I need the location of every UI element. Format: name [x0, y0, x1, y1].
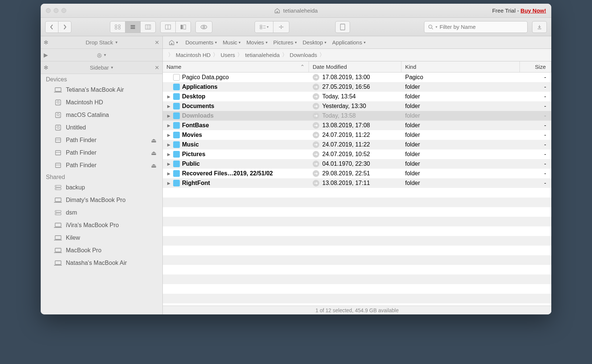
go-arrow-icon[interactable]: ➔ — [313, 132, 319, 138]
breadcrumb-item[interactable]: Downloads — [290, 52, 317, 58]
new-file-button[interactable] — [335, 21, 350, 33]
action-button[interactable] — [273, 21, 289, 33]
play-icon[interactable]: ▶ — [44, 52, 48, 58]
go-arrow-icon[interactable]: ➔ — [313, 180, 319, 186]
search-input[interactable] — [440, 24, 524, 30]
buy-now-link[interactable]: Buy Now! — [521, 7, 546, 14]
breadcrumb-item[interactable]: Users — [221, 52, 235, 58]
recent-header[interactable]: ▶ ◎ ▾ — [41, 49, 162, 61]
bookmark-item[interactable]: Documents ▾ — [182, 38, 220, 47]
file-row[interactable]: ▶Movies➔24.07.2019, 11:22folder- — [163, 130, 551, 140]
sidebar-device-item[interactable]: macOS Catalina — [41, 109, 162, 121]
icon-view-button[interactable] — [110, 21, 125, 33]
sidebar-shared-item[interactable]: backup — [41, 181, 162, 194]
file-row[interactable]: ▶Pictures➔24.07.2019, 10:52folder- — [163, 149, 551, 159]
go-arrow-icon[interactable]: ➔ — [313, 122, 319, 129]
quicklook-button[interactable] — [195, 21, 212, 33]
gear-icon[interactable]: ✻ — [44, 39, 48, 46]
file-row[interactable]: ▶Public➔04.01.1970, 22:30folder- — [163, 159, 551, 169]
bookmark-item[interactable]: Applications ▾ — [329, 38, 369, 47]
disclosure-triangle-icon[interactable]: ▶ — [166, 162, 171, 166]
disclosure-triangle-icon[interactable]: ▶ — [166, 123, 171, 128]
file-row[interactable]: ▶Documents➔Yesterday, 13:30folder- — [163, 101, 551, 111]
breadcrumb-item[interactable]: Macintosh HD — [176, 52, 211, 58]
date-column-header[interactable]: Date Modified — [309, 61, 401, 72]
column-view-button[interactable] — [140, 21, 155, 33]
sidebar-shared-item[interactable]: Dimaty's MacBook Pro — [41, 194, 162, 206]
file-row[interactable]: ▶Music➔24.07.2019, 11:22folder- — [163, 140, 551, 149]
list-view-button[interactable] — [125, 21, 140, 33]
svg-point-14 — [201, 25, 207, 29]
go-arrow-icon[interactable]: ➔ — [313, 112, 319, 119]
download-button[interactable] — [532, 21, 547, 33]
eject-icon[interactable]: ⏏ — [151, 162, 157, 169]
kind-column-header[interactable]: Kind — [401, 61, 520, 72]
file-row[interactable]: ▶RightFont➔13.08.2019, 17:11folder- — [163, 178, 551, 188]
go-arrow-icon[interactable]: ➔ — [313, 103, 319, 109]
search-field[interactable]: ▾ — [424, 21, 528, 33]
bookmark-item[interactable]: Desktop ▾ — [300, 38, 329, 47]
file-row[interactable]: Applications➔27.05.2019, 16:56folder- — [163, 82, 551, 92]
go-arrow-icon[interactable]: ➔ — [313, 141, 319, 148]
close-icon[interactable]: ✕ — [155, 64, 159, 71]
sidebar-device-item[interactable]: Path Finder⏏ — [41, 146, 162, 159]
go-arrow-icon[interactable]: ➔ — [313, 84, 319, 90]
window-title: tetianaleheida — [274, 7, 317, 14]
disclosure-triangle-icon[interactable]: ▶ — [166, 152, 171, 157]
preview-pane-button[interactable] — [175, 21, 191, 33]
bookmark-item[interactable]: Music ▾ — [220, 38, 243, 47]
drop-stack-header[interactable]: ✻ Drop Stack ▾ ✕ — [41, 36, 162, 49]
file-row[interactable]: ▶Desktop➔Today, 13:54folder- — [163, 92, 551, 101]
eject-icon[interactable]: ⏏ — [151, 137, 157, 144]
sidebar-shared-item[interactable]: Natasha's MacBook Air — [41, 257, 162, 269]
file-row[interactable]: ▶Downloads➔Today, 13:58folder- — [163, 111, 551, 121]
chevron-right-icon: 〉 — [213, 51, 218, 58]
group-by-button[interactable]: ▾ — [255, 21, 273, 33]
file-kind: folder — [401, 170, 520, 177]
disclosure-triangle-icon[interactable]: ▶ — [166, 171, 171, 176]
size-column-header[interactable]: Size — [520, 61, 551, 72]
sidebar-shared-item[interactable]: MacBook Pro — [41, 244, 162, 257]
sidebar-item-label: Path Finder — [66, 162, 97, 169]
disclosure-triangle-icon[interactable]: ▶ — [166, 142, 171, 147]
go-arrow-icon[interactable]: ➔ — [313, 161, 319, 167]
go-arrow-icon[interactable]: ➔ — [313, 93, 319, 100]
breadcrumb-item[interactable]: tetianaleheida — [245, 52, 279, 58]
file-size: - — [520, 180, 551, 186]
home-bookmark[interactable]: ▾ — [166, 38, 181, 47]
go-arrow-icon[interactable]: ➔ — [313, 151, 319, 158]
close-icon[interactable]: ✕ — [155, 39, 159, 46]
go-arrow-icon[interactable]: ➔ — [313, 74, 319, 81]
file-list[interactable]: Pagico Data.pgco➔17.08.2019, 13:00Pagico… — [163, 73, 551, 306]
disclosure-triangle-icon[interactable]: ▶ — [166, 181, 171, 186]
disclosure-triangle-icon[interactable]: ▶ — [166, 104, 171, 109]
close-window-button[interactable] — [46, 8, 51, 13]
sidebar-device-item[interactable]: Untitled — [41, 121, 162, 134]
sidebar-device-item[interactable]: Path Finder⏏ — [41, 134, 162, 146]
bookmark-item[interactable]: Pictures ▾ — [270, 38, 300, 47]
minimize-window-button[interactable] — [54, 8, 58, 13]
dual-pane-button[interactable] — [161, 21, 175, 33]
file-row[interactable]: ▶FontBase➔13.08.2019, 17:08folder- — [163, 121, 551, 130]
sidebar-shared-item[interactable]: dsm — [41, 206, 162, 219]
file-row[interactable]: ▶Recovered Files…2019, 22/51/02➔29.08.20… — [163, 169, 551, 178]
sidebar-header[interactable]: ✻ Sidebar ▾ ✕ — [41, 61, 162, 74]
disclosure-triangle-icon[interactable]: ▶ — [166, 114, 171, 118]
sidebar-device-item[interactable]: Macintosh HD — [41, 96, 162, 109]
sidebar-shared-item[interactable]: Kilew — [41, 232, 162, 244]
sidebar-device-item[interactable]: Tetiana's MacBook Air — [41, 84, 162, 96]
bookmark-item[interactable]: Movies ▾ — [243, 38, 270, 47]
gear-icon[interactable]: ✻ — [44, 64, 48, 71]
back-button[interactable] — [46, 21, 58, 33]
disclosure-triangle-icon[interactable]: ▶ — [166, 94, 171, 99]
name-column-header[interactable]: Name⌃ — [163, 61, 309, 72]
svg-rect-7 — [145, 25, 151, 29]
eject-icon[interactable]: ⏏ — [151, 149, 157, 156]
disclosure-triangle-icon[interactable]: ▶ — [166, 133, 171, 138]
sidebar-shared-item[interactable]: iVira's MacBook Pro — [41, 219, 162, 232]
forward-button[interactable] — [58, 21, 71, 33]
sidebar-device-item[interactable]: Path Finder⏏ — [41, 159, 162, 172]
go-arrow-icon[interactable]: ➔ — [313, 170, 319, 177]
file-row[interactable]: Pagico Data.pgco➔17.08.2019, 13:00Pagico… — [163, 73, 551, 82]
zoom-window-button[interactable] — [61, 8, 66, 13]
